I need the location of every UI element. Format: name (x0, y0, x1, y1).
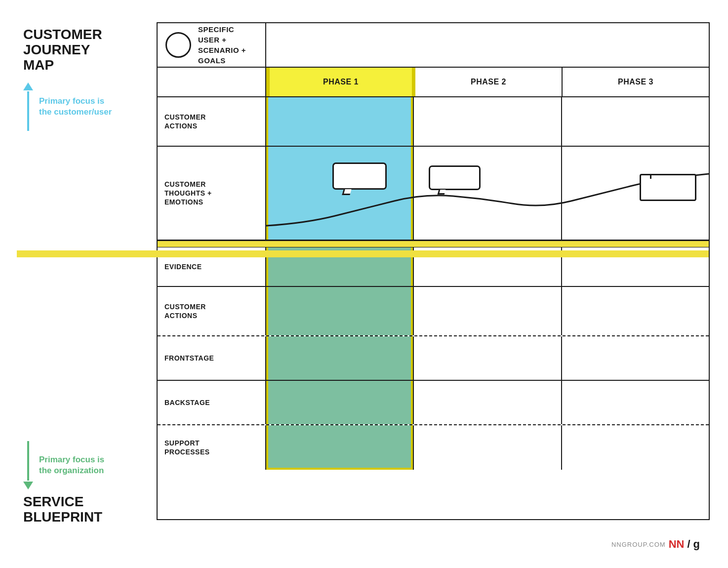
arrow-down (23, 441, 33, 489)
customer-focus-text: Primary focus is the customer/user (39, 96, 112, 118)
evidence-phase1 (266, 247, 414, 286)
evidence-phase2 (414, 247, 562, 286)
customer-actions-phase2 (414, 97, 562, 146)
nngroup-site-text: NNGROUP.COM (611, 541, 666, 548)
header-row: SPECIFIC USER + SCENARIO + GOALS (158, 23, 709, 68)
service-actions-phase3 (562, 287, 709, 335)
main-grid: SPECIFIC USER + SCENARIO + GOALS PHASE 1… (157, 22, 710, 520)
phase1-border-service-actions (266, 287, 413, 335)
service-blueprint-title: SERVICE BLUEPRINT (23, 494, 147, 525)
phase1-border-actions (266, 97, 413, 146)
frontstage-phase2 (414, 336, 562, 380)
frontstage-phase1 (266, 336, 414, 380)
nn-logo-text: NN (669, 538, 685, 551)
support-phase3 (562, 425, 709, 470)
user-scenario-cell: SPECIFIC USER + SCENARIO + GOALS (158, 23, 266, 67)
thoughts-emotions-label: CUSTOMER THOUGHTS + EMOTIONS (158, 147, 266, 240)
frontstage-row: FRONTSTAGE (158, 336, 709, 381)
user-avatar-circle (165, 32, 191, 58)
thoughts-emotions-row: CUSTOMER THOUGHTS + EMOTIONS (158, 147, 709, 241)
speech-bubble-tail-2 (438, 190, 446, 195)
arrow-head-up-icon (23, 82, 33, 90)
backstage-phase2 (414, 381, 562, 424)
phase-row: PHASE 1 PHASE 2 PHASE 3 (158, 68, 709, 97)
evidence-phase3 (562, 247, 709, 286)
yellow-divider-row (158, 241, 709, 247)
speech-bubble-1 (332, 162, 387, 190)
speech-bubble-2 (429, 165, 481, 190)
arrow-line-down (27, 441, 29, 481)
customer-actions-phase3 (562, 97, 709, 146)
speech-bubble-3 (640, 174, 696, 201)
phase-3-header: PHASE 3 (563, 68, 709, 96)
customer-actions-row-top: CUSTOMER ACTIONS (158, 97, 709, 147)
backstage-phase1 (266, 381, 414, 424)
support-phase1 (266, 425, 414, 470)
customer-actions-phase1 (266, 97, 414, 146)
thoughts-phase3 (562, 147, 709, 240)
sidebar-top-section: CUSTOMER JOURNEY MAP Primary focus is th… (23, 27, 147, 131)
bubble3-notch (650, 174, 661, 179)
customer-actions-label-top: CUSTOMER ACTIONS (158, 97, 266, 146)
customer-actions-row-bottom: CUSTOMER ACTIONS (158, 287, 709, 336)
focus-label-top: Primary focus is the customer/user (23, 82, 147, 131)
phase1-border-backstage (266, 381, 413, 424)
user-scenario-label: SPECIFIC USER + SCENARIO + GOALS (198, 24, 257, 66)
service-actions-phase2 (414, 287, 562, 335)
backstage-label: BACKSTAGE (158, 381, 266, 424)
speech-bubble-tail-1 (342, 189, 351, 195)
phase1-border-support (266, 425, 413, 470)
sidebar-bottom-section: Primary focus is the organization SERVIC… (23, 441, 147, 525)
org-focus-text: Primary focus is the organization (39, 454, 104, 476)
support-label: SUPPORT PROCESSES (158, 425, 266, 470)
arrow-line-up (27, 91, 29, 131)
arrow-up (23, 82, 33, 131)
phase-2-header: PHASE 2 (415, 68, 563, 96)
phase1-border-frontstage (266, 336, 413, 380)
arrow-head-down-icon (23, 482, 33, 489)
phase-label-empty (158, 68, 266, 96)
phase1-border-evidence (266, 247, 413, 286)
phase1-border-thoughts (266, 147, 413, 240)
frontstage-label: FRONTSTAGE (158, 336, 266, 380)
outer-container: CUSTOMER JOURNEY MAP Primary focus is th… (18, 17, 710, 551)
main-layout: CUSTOMER JOURNEY MAP Primary focus is th… (18, 17, 710, 535)
customer-actions-label-bottom: CUSTOMER ACTIONS (158, 287, 266, 335)
thoughts-phase2 (414, 147, 562, 240)
backstage-phase3 (562, 381, 709, 424)
evidence-label: EVIDENCE (158, 247, 266, 286)
header-phases-space (266, 23, 709, 67)
phase-1-header: PHASE 1 (266, 68, 415, 96)
logo-area: NNGROUP.COM NN / g (18, 535, 710, 551)
service-actions-phase1 (266, 287, 414, 335)
left-sidebar: CUSTOMER JOURNEY MAP Primary focus is th… (18, 17, 157, 535)
focus-label-bottom: Primary focus is the organization (23, 441, 147, 489)
frontstage-phase3 (562, 336, 709, 380)
support-phase2 (414, 425, 562, 470)
backstage-row: BACKSTAGE (158, 381, 709, 425)
support-row: SUPPORT PROCESSES (158, 425, 709, 470)
journey-map-title: CUSTOMER JOURNEY MAP (23, 27, 147, 73)
nn-g-text: g (693, 538, 700, 551)
evidence-row: EVIDENCE (158, 247, 709, 287)
nn-slash: / (687, 538, 690, 551)
thoughts-phase1 (266, 147, 414, 240)
